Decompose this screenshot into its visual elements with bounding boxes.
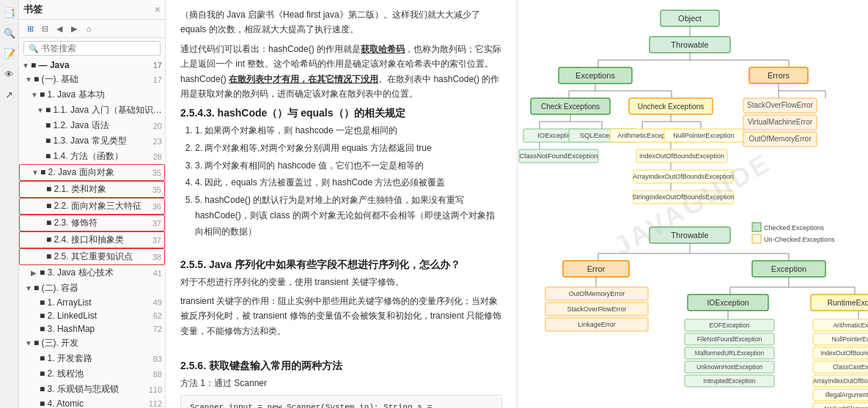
next-item-btn[interactable]: ▶ [67,22,81,35]
tree-item[interactable]: ■ 2.4. 接口和抽象类 37 [19,231,165,248]
tree-page-num: 36 [147,202,161,211]
tree-item[interactable]: ▶ ■ 3. Java 核心技术 41 [19,265,165,281]
method1-label: 方法 1：通过 Scanner [180,376,502,390]
prev-item-btn[interactable]: ◀ [53,22,66,35]
svg-rect-61 [752,234,761,243]
svg-text:EOFException: EOFException [710,322,750,329]
tree-item[interactable]: ▼ ■ 1.1. Java 入门（基础知识与常识） [19,103,165,118]
section-255-title: 2.5.5. Java 序列化中如果有些字段不想进行序列化，怎么办？ [180,259,502,272]
tree-item[interactable]: ■ 3. 乐观锁与悲观锁 110 [19,382,165,397]
collapse-all-btn[interactable]: ⊟ [38,22,51,35]
tree-label: ■ 2.5. 其它重要知识点 [46,251,144,263]
thumb-icon-btn[interactable]: 👁 [1,66,18,82]
svg-text:ClassNotFoundException: ClassNotFoundException [519,152,597,160]
tree-label: ■ 2.3. 修饰符 [46,217,144,229]
svg-text:VirtualMachineError: VirtualMachineError [748,118,813,126]
tree-item[interactable]: ■ 3. HashMap 72 [19,322,165,335]
tree-page-num: 49 [147,298,162,307]
svg-text:NullPointerException: NullPointerException [832,335,868,343]
tree-item[interactable]: ▼ ■ (二). 容器 [19,281,165,296]
tree-label: ■ 3. HashMap [40,324,144,334]
share-icon-btn[interactable]: ↗ [1,86,18,103]
tree-item[interactable]: ■ 1. ArrayList 49 [19,296,165,309]
tree-item[interactable]: ■ 1.2. Java 语法 20 [19,118,165,133]
svg-text:OutOfMemoryError: OutOfMemoryError [569,290,625,297]
tree-label: ■ 2.4. 接口和抽象类 [46,234,144,246]
tree-arrow: ▼ [25,339,32,347]
rule-item: 2. 两个对象相等,对两个对象分别调用 equals 方法都返回 true [195,141,502,157]
search-icon-btn[interactable]: 🔍 [1,25,18,41]
tree-item[interactable]: ■ 1.3. Java 常见类型 23 [19,133,165,149]
tree-page-num: 35 [147,185,161,194]
tree-item[interactable]: ▼ ■ 2. Java 面向对象 35 [19,164,165,181]
tree-page-num: 17 [147,61,162,70]
tree-page-num: 112 [147,399,162,408]
svg-text:Object: Object [678,14,702,23]
svg-text:ClassCastException: ClassCastException [833,363,868,371]
tree-arrow: ▼ [25,75,32,84]
tree-page-num: 38 [147,253,161,262]
tree-arrow: ▼ [22,62,29,70]
tree-label: ■ 2. Java 面向对象 [40,166,144,179]
tree-page-num: 110 [147,385,162,394]
svg-text:IndexOutOfBoundsException: IndexOutOfBoundsException [820,349,868,357]
tree-page-num: 35 [147,168,161,177]
home-btn[interactable]: ⌂ [82,22,95,35]
tree-label: ■ (一). 基础 [34,73,144,86]
text-panel: （摘自我的 Java 启蒙书《Head first java》第二版）。这样我们… [166,0,518,408]
tree-item[interactable]: ▼ ■ — Java 17 [19,59,165,72]
sidebar-icon-row: ⊞ ⊟ ◀ ▶ ⌂ [19,20,165,38]
tree-item[interactable]: ■ 2.2. 面向对象三大特征 36 [19,198,165,215]
tree-item[interactable]: ■ 1. 开发套路 83 [19,351,165,366]
svg-text:Uncheck Exceptions: Uncheck Exceptions [638,103,705,111]
tree-item[interactable]: ■ 2.1. 类和对象 35 [19,181,165,198]
section-256-title: 2.5.6. 获取键盘输入常用的两种方法 [180,360,502,373]
tree-label: ■ 1.4. 方法（函数） [45,150,144,163]
tree-label: ■ (三). 开发 [34,337,162,349]
svg-text:IOException: IOException [707,298,749,307]
svg-text:Check Exceptions: Check Exceptions [541,103,600,111]
svg-text:Throwable: Throwable [671,40,708,49]
tree-label: ■ 1. 开发套路 [40,352,144,365]
tree-label: ■ 2.2. 面向对象三大特征 [46,200,144,212]
sidebar-close-btn[interactable]: × [155,4,161,15]
sidebar-title-row: 书签 × [19,0,165,20]
tree-item[interactable]: ■ 2. 线程池 88 [19,366,165,382]
expand-all-btn[interactable]: ⊞ [23,22,37,35]
note-icon-btn[interactable]: 📝 [1,45,18,62]
svg-text:StringIndexOutOfBoundsExceptio: StringIndexOutOfBoundsException [632,193,735,201]
tree-container: ▼ ■ — Java 17 ▼ ■ (一). 基础 17 ▼ ■ 1. Java… [19,59,165,408]
tree-item[interactable]: ▼ ■ 1. Java 基本功 [19,87,165,103]
tree-label: ■ 4. Atomic [40,398,144,408]
transient-para: transient 关键字的作用：阻止实例中那些用此关键字修饰的的变量序列化；当… [180,294,502,338]
intro-para: （摘自我的 Java 启蒙书《Head first java》第二版）。这样我们… [180,7,502,37]
svg-text:ArithmaticException: ArithmaticException [833,322,868,329]
bookmarks-icon-btn[interactable]: 📑 [1,4,18,21]
tree-item[interactable]: ■ 1.4. 方法（函数） 28 [19,149,165,164]
tree-label: ■ 1.1. Java 入门（基础知识与常识） [45,104,162,116]
svg-text:Errors: Errors [768,71,790,80]
tree-item[interactable]: ■ 2. LinkedList 62 [19,309,165,322]
tree-arrow: ▼ [32,168,39,177]
sidebar: 书签 × ⊞ ⊟ ◀ ▶ ⌂ 🔍 ▼ ■ — Java 17 ▼ ■ (一). … [19,0,166,408]
rule-item: 1. 如果两个对象相等，则 hashcode 一定也是相同的 [195,123,502,139]
tree-arrow: ▼ [31,91,38,99]
code-block-1: Scanner input = new Scanner(System.in); … [180,395,502,408]
rule-item: 3. 两个对象有相同的 hashcode 值，它们也不一定是相等的 [195,158,502,174]
search-box: 🔍 [23,41,161,56]
tree-item[interactable]: ■ 2.5. 其它重要知识点 38 [19,248,165,265]
search-input[interactable] [41,43,155,53]
tree-item[interactable]: ▼ ■ (一). 基础 17 [19,72,165,87]
hashcode-para: 通过代码们可以看出：hashCode() 的作用就是获取哈希码，也称为散列码；它… [180,42,502,102]
tree-label: ■ 3. 乐观锁与悲观锁 [40,383,144,396]
svg-text:StackOverFlowError: StackOverFlowError [567,305,626,313]
tree-label: ■ 2.1. 类和对象 [46,183,144,196]
tree-item[interactable]: ■ 4. Atomic 112 [19,397,165,408]
diagram-panel: JAVAGUIDE Object Throwable Exceptions [518,0,868,408]
tree-page-num: 28 [147,152,162,161]
svg-text:MalformedURLException: MalformedURLException [695,349,765,357]
tree-item[interactable]: ■ 2.3. 修饰符 37 [19,215,165,231]
tree-item[interactable]: ▼ ■ (三). 开发 [19,335,165,351]
tree-label: ■ (二). 容器 [34,282,162,294]
tree-page-num: 72 [147,324,162,333]
